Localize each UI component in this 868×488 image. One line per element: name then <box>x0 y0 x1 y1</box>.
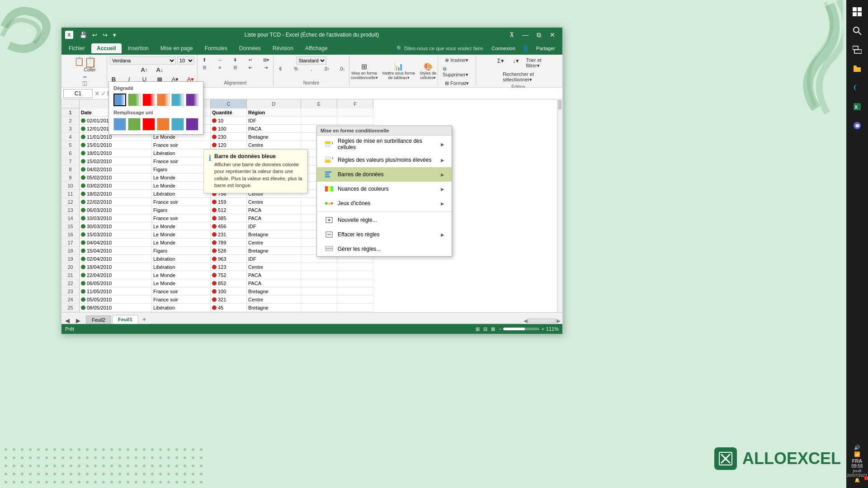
swatch-orange-solid[interactable] <box>157 118 170 131</box>
swatch-red-degrade[interactable] <box>142 94 155 106</box>
page-layout-btn[interactable]: ⊟ <box>483 326 487 332</box>
cell-d24[interactable]: Centre <box>247 296 301 304</box>
cell-c26[interactable]: 789 <box>211 312 247 312</box>
customize-quick-btn[interactable]: ▾ <box>111 31 118 39</box>
cell-f20[interactable] <box>337 263 373 271</box>
cell-d22[interactable]: PACA <box>247 279 301 287</box>
decrease-indent-btn[interactable]: ⇤ <box>243 64 258 71</box>
decrease-font-btn[interactable]: A↓ <box>152 66 167 74</box>
cell-d14[interactable]: PACA <box>247 214 301 222</box>
scroll-h-right[interactable]: ▶ <box>557 318 561 324</box>
cell-b19[interactable]: Libération <box>152 255 211 263</box>
swatch-ltblue-solid[interactable] <box>171 118 184 131</box>
redo-quick-btn[interactable]: ↪ <box>101 31 109 39</box>
cell-e23[interactable] <box>301 287 337 296</box>
cell-f1[interactable] <box>337 108 373 117</box>
swatch-blue-degrade[interactable] <box>113 94 126 106</box>
increase-decimal-btn[interactable]: .0↑ <box>320 66 334 72</box>
ribbon-search-text[interactable]: Dites-nous ce que vous voulez faire. <box>404 46 484 51</box>
swatch-orange-degrade[interactable] <box>157 94 170 106</box>
menu-item-barres-donnees[interactable]: Barres de données ▶ <box>317 167 452 182</box>
cell-a23[interactable]: 11/05/2010 <box>80 287 152 296</box>
cell-b11[interactable]: Libération <box>152 190 211 198</box>
swatch-red-solid[interactable] <box>142 118 155 131</box>
tab-affichage[interactable]: Affichage <box>300 43 333 53</box>
taskbar-volume-icon[interactable]: 🔊 <box>847 445 867 450</box>
scroll-sheets-left[interactable]: ◀ <box>63 317 71 324</box>
menu-item-nuances-couleurs[interactable]: Nuances de couleurs ▶ <box>317 182 452 196</box>
cell-a15[interactable]: 30/03/2010 <box>80 222 152 230</box>
swatch-green-degrade[interactable] <box>128 94 141 106</box>
decrease-decimal-btn[interactable]: .0↓ <box>335 66 349 72</box>
cell-b8[interactable]: Figaro <box>152 165 211 174</box>
cell-e26[interactable] <box>301 312 337 312</box>
cell-c2[interactable]: 10 <box>211 117 247 125</box>
align-left-btn[interactable]: ☰ <box>197 64 212 71</box>
cell-d3[interactable]: PACA <box>247 125 301 133</box>
connexion-btn[interactable]: Connexion <box>488 45 519 52</box>
cell-a20[interactable]: 18/04/2010 <box>80 263 152 271</box>
cell-e1[interactable] <box>301 108 337 117</box>
cell-d2[interactable]: IDF <box>247 117 301 125</box>
cell-d17[interactable]: Centre <box>247 239 301 247</box>
swatch-ltblue-degrade[interactable] <box>171 94 184 106</box>
align-right-btn[interactable]: ☰ <box>228 64 242 71</box>
vertical-scrollbar[interactable] <box>557 99 562 312</box>
swatch-purple-solid[interactable] <box>186 118 198 131</box>
cell-d15[interactable]: IDF <box>247 222 301 230</box>
cell-f25[interactable] <box>337 304 373 312</box>
row-header-15[interactable]: 15 <box>61 222 80 230</box>
increase-font-btn[interactable]: A↑ <box>137 66 151 74</box>
cell-c12[interactable]: 159 <box>211 198 247 206</box>
cell-c25[interactable]: 45 <box>211 304 247 312</box>
cell-a8[interactable]: 04/02/2010 <box>80 165 152 174</box>
row-header-25[interactable]: 25 <box>61 304 80 312</box>
row-header-20[interactable]: 20 <box>61 263 80 271</box>
cell-d20[interactable]: Centre <box>247 263 301 271</box>
cell-f22[interactable] <box>337 279 373 287</box>
row-header-26[interactable]: 26 <box>61 312 80 312</box>
cell-a21[interactable]: 22/04/2010 <box>80 271 152 279</box>
taskbar-discord-icon[interactable]: 💬 <box>849 117 865 134</box>
cell-b14[interactable]: France soir <box>152 214 211 222</box>
cell-d13[interactable]: PACA <box>247 206 301 214</box>
tab-donnees[interactable]: Données <box>234 43 266 53</box>
row-header-22[interactable]: 22 <box>61 279 80 287</box>
supprimer-btn[interactable]: ⊖ Supprimer▾ <box>441 65 473 79</box>
row-header-1[interactable]: 1 <box>61 108 80 117</box>
cell-e20[interactable] <box>301 263 337 271</box>
tab-revision[interactable]: Révision <box>267 43 299 53</box>
cell-a12[interactable]: 22/02/2010 <box>80 198 152 206</box>
taskbar-taskview-icon[interactable] <box>849 42 865 58</box>
cell-c23[interactable]: 100 <box>211 287 247 296</box>
scroll-h-left[interactable]: ◀ <box>524 318 528 324</box>
couper-btn[interactable]: ✂ <box>78 74 92 80</box>
taskbar-windows-icon[interactable] <box>849 4 865 20</box>
menu-item-jeux-icones[interactable]: Jeux d'icônes ▶ <box>317 196 452 211</box>
cell-b20[interactable]: Libération <box>152 263 211 271</box>
cell-b6[interactable]: Libération <box>152 149 211 157</box>
styles-cellules-btn[interactable]: 🎨 Styles de cellules▾ <box>418 61 438 81</box>
merge-btn[interactable]: ⊞▾ <box>259 56 273 63</box>
cell-c1[interactable]: Quantité <box>211 108 247 117</box>
cell-c13[interactable]: 512 <box>211 206 247 214</box>
tab-accueil[interactable]: Accueil <box>91 43 122 53</box>
cell-b18[interactable]: Figaro <box>152 247 211 255</box>
menu-item-gerer-regles[interactable]: Gérer les règles... <box>317 242 452 256</box>
cell-d18[interactable]: Bretagne <box>247 247 301 255</box>
somme-btn[interactable]: Σ▾ <box>493 56 508 70</box>
currency-btn[interactable]: € <box>274 66 288 72</box>
font-size-select[interactable]: 10 <box>177 56 194 65</box>
cell-e21[interactable] <box>301 271 337 279</box>
cell-d19[interactable]: IDF <box>247 255 301 263</box>
sheet-tab-feuil1[interactable]: Feuil1 <box>112 315 138 324</box>
cell-b22[interactable]: Le Monde <box>152 279 211 287</box>
cell-b7[interactable]: France soir <box>152 157 211 165</box>
cell-a25[interactable]: 08/05/2010 <box>80 304 152 312</box>
cell-b16[interactable]: Le Monde <box>152 230 211 239</box>
rechercher-btn[interactable]: Rechercher etsélectionner▾ <box>501 70 536 84</box>
font-name-select[interactable]: Verdana <box>110 56 176 65</box>
cell-b15[interactable]: Le Monde <box>152 222 211 230</box>
cell-b13[interactable]: Figaro <box>152 206 211 214</box>
row-header-6[interactable]: 6 <box>61 149 80 157</box>
